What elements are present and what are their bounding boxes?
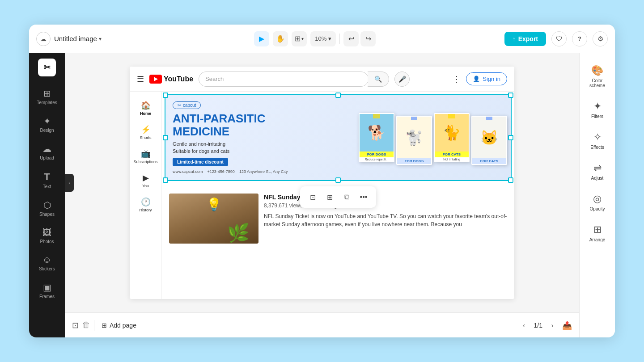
capcut-badge-label: capcut <box>183 103 196 108</box>
youtube-search-button[interactable]: 🔍 <box>368 72 389 87</box>
home-icon: 🏠 <box>141 101 151 110</box>
stickers-icon: ☺ <box>42 255 51 265</box>
sidebar-item-shapes[interactable]: ⬡ Shapes <box>32 195 62 221</box>
youtube-logo-text: YouTube <box>164 75 193 83</box>
filters-icon: ✦ <box>593 101 602 112</box>
next-page-button[interactable]: › <box>546 319 559 332</box>
sidebar-item-templates[interactable]: ⊞ Templates <box>32 84 62 109</box>
crop-icon: ⊡ <box>310 193 316 202</box>
left-sidebar: ✂ ⊞ Templates ✦ Design ☁ Upload T Text ⬡… <box>29 53 65 337</box>
ad-subline1: Gentle and non-irritating <box>173 141 348 147</box>
right-tool-opacity[interactable]: ◎ Opacity <box>582 189 613 216</box>
zoom-level: 10% <box>315 35 326 42</box>
help-button[interactable]: ? <box>572 31 587 46</box>
settings-button[interactable]: ⚙ <box>593 31 608 46</box>
sidebar-item-stickers[interactable]: ☺ Stickers <box>32 250 62 276</box>
capcut-badge: ✂ capcut <box>173 101 201 109</box>
yt-nav-home[interactable]: 🏠 Home <box>131 97 160 119</box>
pet-sublabel-1: Reduce repetiti... <box>360 157 394 161</box>
sidebar-expand-handle[interactable]: › <box>65 174 74 192</box>
right-tool-arrange[interactable]: ⊞ Arrange <box>582 219 613 247</box>
youtube-body: 🏠 Home ⚡ Shorts 📺 Subscriptions <box>130 92 514 299</box>
grid-tool-button[interactable]: ⊞ <box>322 189 338 205</box>
settings-icon: ⚙ <box>597 35 603 43</box>
delete-button[interactable]: 🗑 <box>82 320 90 330</box>
shorts-icon: ⚡ <box>141 125 151 135</box>
you-icon: ▶ <box>143 173 149 183</box>
pet-img-1: 🐕 <box>360 114 394 152</box>
color-scheme-icon: 🎨 <box>591 65 603 76</box>
canvas-content[interactable]: › ☰ YouTube Search <box>65 53 579 312</box>
right-sidebar: 🎨 Color scheme ✦ Filters ✧ Effects ⇌ Adj… <box>579 53 615 337</box>
tape-4 <box>486 116 492 120</box>
grid-icon: ⊞ <box>327 193 333 202</box>
more-options-button[interactable]: ••• <box>356 189 372 205</box>
hamburger-icon[interactable]: ☰ <box>137 74 144 84</box>
youtube-signin-button[interactable]: 👤 Sign in <box>466 72 507 85</box>
ad-headline-line2: MEDICINE <box>173 125 348 138</box>
ad-banner-right: 🐕 FOR DOGS Reduce repetiti... 🐩 FOR DOGS <box>355 95 511 180</box>
templates-label: Templates <box>37 100 57 105</box>
shield-icon: 🛡 <box>556 35 563 42</box>
shield-button[interactable]: 🛡 <box>551 31 567 46</box>
right-tool-adjust[interactable]: ⇌ Adjust <box>582 158 613 185</box>
right-tool-effects[interactable]: ✧ Effects <box>582 127 613 154</box>
youtube-logo-icon <box>149 75 162 84</box>
filters-label: Filters <box>591 114 603 119</box>
yt-nav-subscriptions[interactable]: 📺 Subscriptions <box>131 145 160 168</box>
color-scheme-label: Color scheme <box>585 78 610 88</box>
cloud-upload-button[interactable]: ☁ <box>36 32 51 46</box>
top-bar-right: ↑ Export 🛡 ? ⚙ <box>504 31 608 46</box>
crop-tool-button[interactable]: ⊡ <box>305 189 321 205</box>
sidebar-item-design[interactable]: ✦ Design <box>32 111 62 137</box>
document-title: Untitled image <box>54 35 97 42</box>
page-icon[interactable]: ⊡ <box>72 320 79 330</box>
youtube-main-content: ✂ capcut ANTI-PARASITIC MEDICINE <box>162 92 514 299</box>
cursor-tool-button[interactable]: ▶ <box>254 31 269 46</box>
ad-banner-left: ✂ capcut ANTI-PARASITIC MEDICINE <box>165 95 355 180</box>
subscriptions-label: Subscriptions <box>133 160 157 164</box>
prev-page-button[interactable]: ‹ <box>518 319 530 332</box>
redo-button[interactable]: ↪ <box>360 31 376 46</box>
copy-tool-button[interactable]: ⧉ <box>339 189 355 205</box>
subscriptions-icon: 📺 <box>141 149 151 159</box>
youtube-mic-button[interactable]: 🎤 <box>394 72 410 87</box>
hand-tool-button[interactable]: ✋ <box>273 31 288 46</box>
help-icon: ? <box>578 35 581 42</box>
divider <box>339 34 340 44</box>
yt-nav-shorts[interactable]: ⚡ Shorts <box>131 121 160 143</box>
ad-banner: ✂ capcut ANTI-PARASITIC MEDICINE <box>165 95 511 180</box>
adjust-icon: ⇌ <box>593 162 602 174</box>
ad-banner-wrapper[interactable]: ✂ capcut ANTI-PARASITIC MEDICINE <box>165 95 511 180</box>
export-upload-icon: ↑ <box>513 35 516 42</box>
sidebar-item-photos[interactable]: 🖼 Photos <box>32 223 62 248</box>
right-tool-color-scheme[interactable]: 🎨 Color scheme <box>582 60 613 93</box>
youtube-more-button[interactable]: ⋮ <box>453 74 461 84</box>
upload-icon: ☁ <box>42 143 51 154</box>
undo-button[interactable]: ↩ <box>343 31 359 46</box>
sidebar-item-frames[interactable]: ▣ Frames <box>32 278 62 303</box>
yt-nav-you[interactable]: ▶ You <box>131 169 160 192</box>
export-label: Export <box>518 35 538 42</box>
youtube-search-box[interactable]: Search <box>199 72 369 87</box>
tape-3 <box>448 113 455 118</box>
layout-tool-button[interactable]: ⊞ ▾ <box>292 31 307 46</box>
stickers-label: Stickers <box>39 266 55 271</box>
lamp-icon: 💡 <box>206 197 222 212</box>
export-button[interactable]: ↑ Export <box>504 32 546 46</box>
pet-img-3: 🐈 <box>435 114 469 152</box>
document-title-area[interactable]: Untitled image ▾ <box>54 35 102 42</box>
pet-img-4: 🐱 <box>472 117 506 158</box>
tape-1 <box>373 113 380 118</box>
sidebar-item-text[interactable]: T Text <box>32 167 62 194</box>
search-icon: 🔍 <box>374 76 382 83</box>
ad-address: 123 Anywhere St., Any City <box>239 169 288 174</box>
canvas-area: › ☰ YouTube Search <box>65 53 579 337</box>
right-tool-filters[interactable]: ✦ Filters <box>582 96 613 123</box>
add-page-label: Add page <box>110 322 136 329</box>
add-page-button[interactable]: ⊞ Add page <box>98 319 140 332</box>
sidebar-item-upload[interactable]: ☁ Upload <box>32 139 62 165</box>
share-button[interactable]: 📤 <box>562 320 572 330</box>
yt-nav-history[interactable]: 🕐 History <box>131 194 160 216</box>
zoom-control[interactable]: 10% ▾ <box>310 31 336 46</box>
